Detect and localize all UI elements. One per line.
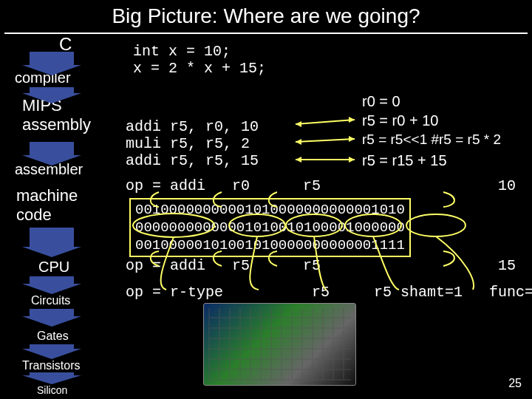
svg-point-6 <box>406 214 466 236</box>
process-compiler: compiler <box>15 69 71 86</box>
opcode-decode-3: op = r-type r5 r5 shamt=1 func=sll <box>126 284 532 301</box>
stage-mips: MIPS assembly <box>22 96 91 134</box>
trace-r5-shift: r5 = r5<<1 #r5 = r5 * 2 <box>362 132 501 148</box>
opcode-decode-1: op = addi r0 r5 10 <box>126 177 516 194</box>
stage-c: C <box>59 34 72 55</box>
process-assembler: assembler <box>15 161 83 178</box>
trace-r5-add10: r5 = r0 + 10 <box>362 112 438 129</box>
trace-r5-add15: r5 = r15 + 15 <box>362 152 447 169</box>
svg-line-1 <box>296 139 355 142</box>
stage-transistors: Transistors <box>22 359 81 372</box>
machine-code-row3: 00100000101001010000000000001111 <box>135 236 405 254</box>
trace-r0: r0 = 0 <box>362 93 400 110</box>
machine-code-row2: 00000000000001010010100001000000 <box>135 219 405 236</box>
page-number: 25 <box>508 377 522 390</box>
svg-line-0 <box>296 120 355 124</box>
stage-circuits: Circuits <box>31 294 70 307</box>
stage-silicon: Silicon <box>37 384 67 396</box>
machine-code-box: 00100000000001010000000000001010 0000000… <box>129 198 411 257</box>
stage-cpu: CPU <box>38 259 69 276</box>
title-rule <box>4 33 528 34</box>
cpu-block-diagram <box>203 303 356 386</box>
opcode-decode-2: op = addi r5 r5 15 <box>126 257 516 274</box>
stage-gates: Gates <box>37 330 69 343</box>
mips-assembly-code: addi r5, r0, 10 muli r5, r5, 2 addi r5, … <box>126 118 259 169</box>
slide-title: Big Picture: Where are we going? <box>0 4 532 28</box>
stage-machine: machine code <box>16 186 78 225</box>
machine-code-row1: 00100000000001010000000000001010 <box>135 201 405 219</box>
c-source-code: int x = 10; x = 2 * x + 15; <box>133 43 266 77</box>
